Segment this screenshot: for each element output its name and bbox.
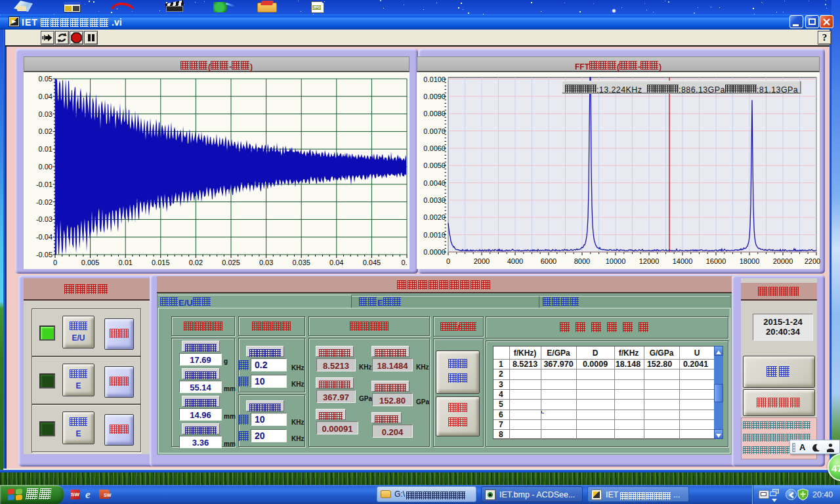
svg-text:0.045: 0.045 [363,259,381,266]
svg-text:2200: 2200 [805,257,820,265]
svg-text:4000: 4000 [507,257,523,265]
svg-text:0.01: 0.01 [39,145,52,153]
svg-text:0.00: 0.00 [39,163,52,171]
svg-text:0.015: 0.015 [152,259,170,266]
svg-text:0.0050: 0.0050 [423,161,446,169]
svg-text:0.0040: 0.0040 [423,179,446,187]
svg-text:0.035: 0.035 [292,259,310,266]
svg-text:0.05: 0.05 [39,75,52,83]
svg-text:0.02: 0.02 [39,127,52,135]
svg-text:14000: 14000 [673,257,693,265]
svg-text:0.025: 0.025 [222,259,240,266]
svg-text:0.0070: 0.0070 [423,127,446,135]
svg-text:0.: 0. [401,259,407,266]
svg-text:0.0030: 0.0030 [423,196,446,204]
svg-text:0.0090: 0.0090 [423,93,446,100]
svg-text:16000: 16000 [706,257,726,265]
svg-text:8000: 8000 [574,257,590,265]
svg-text:0.04: 0.04 [39,93,52,100]
svg-text:2000: 2000 [474,257,490,265]
svg-text:0: 0 [53,259,57,266]
svg-text:0.0060: 0.0060 [423,144,446,152]
svg-text:-0.04: -0.04 [36,233,52,241]
svg-text:0.03: 0.03 [259,259,273,266]
svg-text:0.005: 0.005 [81,259,100,266]
svg-text:0.03: 0.03 [39,110,52,118]
svg-text:-0.02: -0.02 [36,198,52,206]
svg-text:-0.05: -0.05 [36,251,52,259]
svg-text:0: 0 [446,257,450,265]
svg-text:0.02: 0.02 [189,259,203,266]
svg-text:-0.01: -0.01 [36,180,52,188]
svg-text:0.0020: 0.0020 [423,213,446,221]
svg-text:-0.03: -0.03 [36,215,52,223]
svg-text:18000: 18000 [740,257,760,265]
svg-text:20000: 20000 [773,257,793,265]
svg-text:12000: 12000 [639,257,660,265]
svg-text:0.0080: 0.0080 [423,110,446,117]
svg-text:0.01: 0.01 [118,259,132,266]
svg-text:0.0000: 0.0000 [423,248,446,256]
svg-text:0.0010: 0.0010 [423,231,446,239]
svg-text:0.0100: 0.0100 [423,75,446,83]
svg-text:0.04: 0.04 [329,259,343,266]
svg-text:6000: 6000 [541,257,556,265]
svg-text:10000: 10000 [606,257,626,265]
